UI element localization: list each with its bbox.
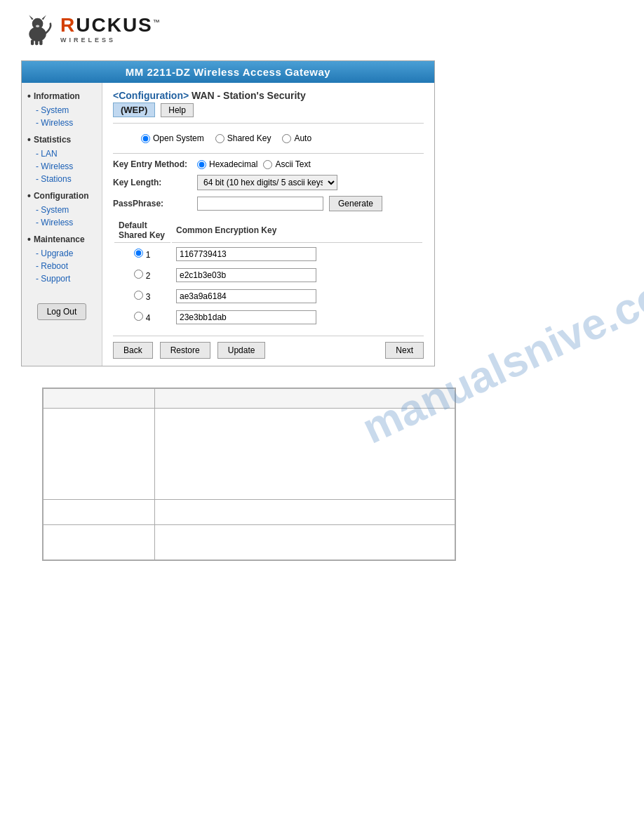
nav-link-system-config[interactable]: - System — [22, 204, 102, 216]
passphrase-input[interactable] — [197, 197, 323, 211]
key-radio-1-input[interactable] — [134, 249, 143, 258]
header-divider — [113, 123, 424, 124]
radio-ascii-text-input[interactable] — [263, 160, 272, 169]
logout-button[interactable]: Log Out — [37, 303, 86, 320]
radio-shared-key-input[interactable] — [215, 134, 224, 143]
radio-hexadecimal-input[interactable] — [197, 160, 206, 169]
key-value-4[interactable] — [176, 310, 316, 324]
key-length-label: Key Length: — [113, 178, 197, 187]
logo-sub-text: WIRELESS — [60, 37, 116, 44]
auth-mode-radio-group: Open System Shared Key Auto — [113, 129, 424, 147]
main-container: MM 2211-DZ Wireless Access Gateway • Inf… — [21, 60, 623, 561]
bottom-table-header-col-right — [155, 389, 455, 409]
nav-link-lan[interactable]: - LAN — [22, 147, 102, 160]
content-area: <Configuration> WAN - Station's Security… — [102, 83, 434, 366]
key-value-cell-3 — [172, 286, 422, 306]
nav-title-maintenance: Maintenance — [34, 234, 85, 244]
bottom-table-row-medium — [43, 500, 455, 525]
key-radio-4-input[interactable] — [134, 312, 143, 321]
key-radio-cell-2: 2 — [114, 265, 170, 285]
key-value-cell-4 — [172, 307, 422, 327]
radio-open-system-input[interactable] — [141, 134, 150, 143]
radio-hexadecimal-label: Hexadecimal — [209, 159, 257, 169]
key-value-3[interactable] — [176, 289, 316, 303]
nav-link-system-info[interactable]: - System — [22, 104, 102, 117]
wep-badge: (WEP) — [113, 102, 155, 117]
logo-brand-name: RUCKUS™ — [60, 15, 161, 35]
key-row-4: 4 — [114, 307, 422, 327]
key-radio-cell-3: 3 — [114, 286, 170, 306]
bottom-table-cell-right-medium — [155, 500, 455, 525]
nav-section-information: • Information - System - Wireless — [22, 88, 102, 129]
key-value-2[interactable] — [176, 268, 316, 282]
key-row-3: 3 — [114, 286, 422, 306]
key-radio-3-label[interactable]: 3 — [134, 292, 150, 302]
radio-shared-key-label: Shared Key — [227, 133, 271, 143]
bullet-maintenance: • — [27, 234, 31, 245]
key-radio-2-input[interactable] — [134, 270, 143, 279]
logo-area: RUCKUS™ WIRELESS — [0, 0, 644, 53]
nav-link-support[interactable]: - Support — [22, 272, 102, 285]
passphrase-label-text: PassPhrase: — [113, 199, 163, 208]
encryption-keys-table: Default Shared Key Common Encryption Key… — [113, 217, 424, 329]
key-value-cell-1 — [172, 244, 422, 264]
page-header: <Configuration> WAN - Station's Security — [113, 90, 424, 101]
bullet-information: • — [27, 91, 31, 102]
nav-link-wireless-config[interactable]: - Wireless — [22, 216, 102, 229]
radio-shared-key[interactable]: Shared Key — [215, 133, 271, 143]
svg-rect-3 — [35, 39, 38, 45]
key-radio-1-label[interactable]: 1 — [134, 250, 150, 260]
nav-section-title-statistics: • Statistics — [22, 132, 102, 147]
logo-image: RUCKUS™ WIRELESS — [21, 13, 161, 46]
radio-open-system[interactable]: Open System — [141, 133, 204, 143]
action-buttons-row: Back Restore Update Next — [113, 342, 424, 359]
key-entry-label-text: Key Entry Method: — [113, 159, 187, 169]
nav-link-stations[interactable]: - Stations — [22, 173, 102, 185]
radio-auto-label: Auto — [294, 133, 311, 143]
logo-tm: ™ — [153, 18, 161, 26]
radio-auto-input[interactable] — [282, 134, 291, 143]
bottom-table-row-medium2 — [43, 525, 455, 560]
nav-section-configuration: • Configuration - System - Wireless — [22, 188, 102, 229]
keys-table-header-shared: Default Shared Key — [114, 218, 170, 243]
key-radio-cell-4: 4 — [114, 307, 170, 327]
keys-table-header-common: Common Encryption Key — [172, 218, 422, 243]
nav-title-statistics: Statistics — [34, 135, 71, 145]
help-button[interactable]: Help — [161, 103, 194, 117]
back-button[interactable]: Back — [113, 342, 153, 359]
passphrase-label: PassPhrase: — [113, 199, 197, 208]
key-length-select[interactable]: 64 bit (10 hex digits/ 5 ascii keys) 128… — [197, 175, 337, 190]
nav-link-wireless-info[interactable]: - Wireless — [22, 117, 102, 129]
section-divider-1 — [113, 153, 424, 154]
key-radio-4-label[interactable]: 4 — [134, 313, 150, 323]
nav-title-configuration: Configuration — [34, 191, 89, 201]
passphrase-controls: Generate — [197, 196, 382, 211]
next-button[interactable]: Next — [385, 342, 424, 359]
key-row-1: 1 — [114, 244, 422, 264]
nav-link-upgrade[interactable]: - Upgrade — [22, 247, 102, 260]
radio-hexadecimal[interactable]: Hexadecimal — [197, 159, 257, 169]
radio-open-system-label: Open System — [153, 133, 204, 143]
bottom-table-cell-left-medium — [43, 500, 155, 525]
key-length-label-text: Key Length: — [113, 178, 161, 187]
key-radio-3-input[interactable] — [134, 291, 143, 300]
bottom-table-header-col-left — [43, 389, 155, 409]
radio-ascii-label: Ascii Text — [275, 159, 310, 169]
update-button[interactable]: Update — [217, 342, 266, 359]
ruckus-dog-icon — [21, 13, 55, 46]
radio-auto[interactable]: Auto — [282, 133, 311, 143]
bottom-table-container — [42, 388, 456, 561]
key-entry-label: Key Entry Method: — [113, 159, 197, 169]
restore-button[interactable]: Restore — [160, 342, 210, 359]
key-entry-row: Key Entry Method: Hexadecimal Ascii Text — [113, 159, 424, 169]
key-value-1[interactable] — [176, 247, 316, 261]
breadcrumb-config[interactable]: <Configuration> — [113, 90, 189, 101]
radio-ascii-text[interactable]: Ascii Text — [263, 159, 310, 169]
nav-link-reboot[interactable]: - Reboot — [22, 260, 102, 272]
page-wan-title: WAN - Station's Security — [192, 90, 306, 101]
svg-rect-4 — [39, 39, 42, 45]
key-radio-2-label[interactable]: 2 — [134, 271, 150, 281]
bullet-configuration: • — [27, 190, 31, 201]
generate-button[interactable]: Generate — [329, 196, 382, 211]
nav-link-wireless-stats[interactable]: - Wireless — [22, 160, 102, 173]
